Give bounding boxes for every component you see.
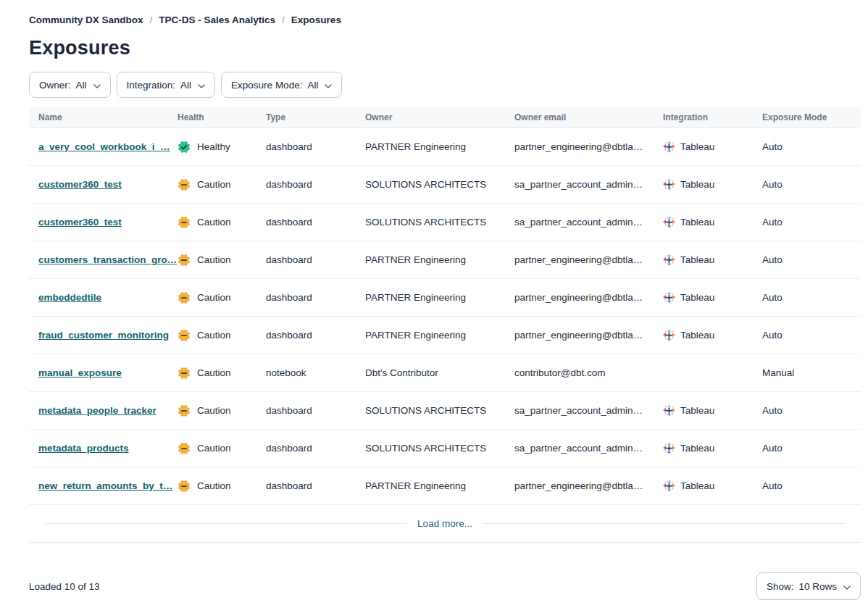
owner-email-cell: partner_engineering@dbtla…: [514, 330, 663, 341]
exposure-name-link[interactable]: embeddedtile: [38, 292, 101, 303]
exposure-mode-cell: Auto: [762, 330, 861, 341]
exposure-mode-cell: Auto: [762, 254, 861, 265]
filter-value: All: [76, 80, 87, 91]
exposure-name-link[interactable]: a_very_cool_workbook_i_…: [38, 141, 170, 152]
show-label: Show:: [767, 581, 794, 592]
health-status-badge: Caution: [178, 367, 266, 380]
integration-label: Tableau: [680, 141, 714, 152]
owner-email-cell: partner_engineering@dbtla…: [514, 254, 663, 265]
filter-label: Integration:: [127, 80, 176, 91]
exposure-name-link[interactable]: metadata_products: [38, 443, 129, 454]
health-cell: Caution: [178, 291, 266, 304]
exposure-name-link[interactable]: new_return_amounts_by_t…: [38, 480, 172, 491]
divider-line: [483, 523, 845, 524]
type-cell: dashboard: [266, 141, 365, 152]
owner-email-cell: partner_engineering@dbtla…: [514, 480, 663, 491]
integration-badge: Tableau: [663, 442, 762, 454]
exposure-name-link[interactable]: manual_exposure: [38, 367, 122, 378]
table-row: customer360_testCautiondashboardSOLUTION…: [29, 204, 861, 241]
owner-cell: SOLUTIONS ARCHITECTS: [365, 217, 514, 228]
health-cell: Caution: [178, 480, 266, 493]
integration-badge: Tableau: [663, 254, 762, 266]
tableau-icon: [663, 480, 675, 492]
breadcrumb-separator: /: [150, 14, 153, 25]
name-cell: metadata_people_tracker: [29, 405, 178, 416]
exposure-mode-filter-dropdown[interactable]: Exposure Mode: All: [221, 72, 342, 98]
caution-minus-icon: [178, 254, 191, 267]
health-status-badge: Caution: [178, 404, 266, 417]
name-cell: new_return_amounts_by_t…: [29, 480, 178, 491]
integration-badge: Tableau: [663, 329, 762, 341]
exposure-name-link[interactable]: fraud_customer_monitoring: [38, 330, 169, 341]
exposure-mode-cell: Auto: [762, 292, 861, 303]
name-cell: fraud_customer_monitoring: [29, 330, 178, 341]
breadcrumb-separator: /: [282, 14, 285, 25]
tableau-icon: [663, 291, 675, 304]
exposure-mode-cell: Auto: [762, 141, 861, 152]
load-more-link[interactable]: Load more...: [417, 518, 472, 529]
owner-email-cell: sa_partner_account_admin…: [514, 217, 663, 228]
health-label: Healthy: [197, 141, 230, 152]
health-cell: Caution: [178, 404, 266, 417]
exposure-name-link[interactable]: customer360_test: [38, 179, 122, 190]
integration-badge: Tableau: [663, 404, 762, 417]
integration-label: Tableau: [680, 443, 714, 454]
health-cell: Caution: [178, 442, 266, 455]
caution-minus-icon: [178, 329, 191, 342]
exposure-mode-cell: Auto: [762, 443, 861, 454]
integration-label: Tableau: [680, 217, 714, 228]
column-header-health: Health: [178, 112, 266, 122]
owner-email-cell: sa_partner_account_admin…: [514, 405, 663, 416]
integration-cell: Tableau: [663, 216, 762, 228]
owner-filter-dropdown[interactable]: Owner: All: [29, 72, 111, 98]
table-body: a_very_cool_workbook_i_…Healthydashboard…: [29, 128, 861, 505]
health-cell: Caution: [178, 178, 266, 191]
health-cell: Caution: [178, 329, 266, 342]
exposure-name-link[interactable]: customers_transaction_gro…: [38, 254, 177, 265]
healthy-check-icon: [178, 141, 191, 154]
exposure-name-link[interactable]: customer360_test: [38, 217, 122, 228]
exposure-name-link[interactable]: metadata_people_tracker: [38, 405, 157, 416]
owner-cell: PARTNER Engineering: [365, 141, 514, 152]
type-cell: dashboard: [266, 480, 365, 491]
health-status-badge: Caution: [178, 329, 266, 342]
table-row: metadata_productsCautiondashboardSOLUTIO…: [29, 430, 861, 467]
breadcrumb-project[interactable]: Community DX Sandbox: [29, 14, 143, 25]
owner-cell: SOLUTIONS ARCHITECTS: [365, 405, 514, 416]
health-status-badge: Caution: [178, 291, 266, 304]
caution-minus-icon: [178, 216, 191, 229]
exposures-table: Name Health Type Owner Owner email Integ…: [29, 107, 861, 543]
show-rows-dropdown[interactable]: Show: 10 Rows: [756, 572, 861, 600]
integration-label: Tableau: [680, 405, 714, 416]
name-cell: metadata_products: [29, 443, 178, 454]
type-cell: dashboard: [266, 330, 365, 341]
column-header-owner-email: Owner email: [514, 112, 663, 122]
health-status-badge: Caution: [178, 442, 266, 455]
owner-cell: SOLUTIONS ARCHITECTS: [365, 443, 514, 454]
name-cell: customer360_test: [29, 217, 178, 228]
health-cell: Healthy: [178, 141, 266, 154]
health-status-badge: Caution: [178, 480, 266, 493]
health-label: Caution: [197, 367, 231, 378]
integration-filter-dropdown[interactable]: Integration: All: [117, 72, 216, 98]
breadcrumb-package[interactable]: TPC-DS - Sales Analytics: [159, 14, 275, 25]
table-row: fraud_customer_monitoringCautiondashboar…: [29, 317, 861, 354]
filter-label: Exposure Mode:: [231, 80, 302, 91]
integration-label: Tableau: [680, 254, 714, 265]
table-row: new_return_amounts_by_t…Cautiondashboard…: [29, 467, 861, 505]
caution-minus-icon: [178, 291, 191, 304]
type-cell: dashboard: [266, 292, 365, 303]
health-cell: Caution: [178, 254, 266, 267]
exposure-mode-cell: Auto: [762, 217, 861, 228]
owner-cell: Dbt's Contributor: [365, 367, 514, 378]
health-status-badge: Caution: [178, 216, 266, 229]
chevron-down-icon: [325, 80, 332, 91]
name-cell: a_very_cool_workbook_i_…: [29, 141, 178, 152]
table-row: metadata_people_trackerCautiondashboardS…: [29, 392, 861, 430]
tableau-icon: [663, 404, 675, 417]
owner-cell: PARTNER Engineering: [365, 292, 514, 303]
integration-badge: Tableau: [663, 141, 762, 153]
health-label: Caution: [197, 443, 231, 454]
type-cell: dashboard: [266, 405, 365, 416]
type-cell: dashboard: [266, 443, 365, 454]
